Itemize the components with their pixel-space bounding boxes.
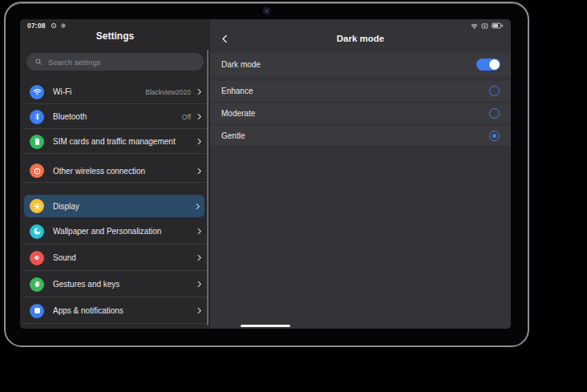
chevron-right-icon [195,87,204,96]
settings-group: Wi-FiBlackview2020BluetoothOffSIM cards … [20,79,210,154]
sidebar-item-label: Bluetooth [53,112,182,121]
dark-mode-options: EnhanceModerateGentle [210,81,511,148]
wallpaper-icon [30,224,44,239]
dark-mode-label: Dark mode [221,60,261,69]
screen-record-icon [481,22,488,30]
settings-group: Other wireless connection [20,159,210,183]
option-label: Enhance [221,87,253,95]
display-icon [30,199,44,213]
sidebar-item-label: Apps & notifications [53,306,195,315]
sidebar-item-wallpaper[interactable]: Wallpaper and Personalization [20,218,210,244]
option-gentle[interactable]: Gentle [210,126,511,146]
chevron-right-icon [195,253,204,262]
sidebar-item-value: Blackview2020 [145,88,191,96]
sidebar-item-bluetooth[interactable]: BluetoothOff [20,104,210,129]
option-label: Gentle [221,131,245,140]
chevron-right-icon [195,137,204,146]
radio-selected-icon[interactable] [489,131,500,141]
dark-mode-toggle[interactable] [476,59,500,71]
sidebar-scrollbar[interactable] [207,50,208,325]
back-button[interactable] [220,34,230,44]
chevron-right-icon [195,306,204,315]
search-icon [34,55,43,69]
sim-icon [30,135,44,149]
settings-group: Wallpaper and PersonalizationSoundGestur… [20,218,210,324]
chevron-right-icon [193,202,202,211]
option-label: Moderate [221,109,255,118]
screen: 07:08 Settings Search settings Wi-FiBlac… [20,19,511,329]
chevron-right-icon [195,227,204,236]
gear-icon [60,22,67,29]
battery-icon [492,22,504,29]
wireless-icon [30,164,44,178]
sidebar-item-value: Off [182,113,191,121]
sidebar-item-label: Display [53,202,193,211]
sidebar-item-sound[interactable]: Sound [20,244,210,271]
dark-mode-pane: Dark mode Dark mode EnhanceModerateGentl… [210,19,511,329]
option-moderate[interactable]: Moderate [210,103,511,123]
status-bar-right [471,22,504,30]
wifi-status-icon [471,22,478,30]
tablet-device: 07:08 Settings Search settings Wi-FiBlac… [4,2,529,347]
sidebar-item-label: Sound [53,253,195,262]
wifi-icon [30,85,44,99]
sidebar-item-label: Gestures and keys [53,280,195,289]
status-bar: 07:08 [20,19,511,32]
photo-background: 07:08 Settings Search settings Wi-FiBlac… [0,0,587,392]
camera-lens [265,10,268,12]
sidebar-item-sim-cards[interactable]: SIM cards and traffic management [20,129,210,154]
bluetooth-icon [30,110,44,124]
settings-group: Display [20,195,210,217]
sound-icon [30,251,44,265]
sidebar-item-other-wireless[interactable]: Other wireless connection [20,159,210,183]
search-input[interactable]: Search settings [26,53,204,71]
chevron-right-icon [195,280,204,289]
toggle-knob [489,59,500,70]
data-saver-icon [51,22,57,29]
dark-mode-toggle-row[interactable]: Dark mode [210,53,511,76]
sidebar-item-display[interactable]: Display [24,195,204,217]
sidebar-item-label: Other wireless connection [53,167,195,176]
sidebar-item-wifi[interactable]: Wi-FiBlackview2020 [20,79,210,104]
radio-unselected-icon[interactable] [489,86,500,96]
chevron-right-icon [195,112,204,121]
apps-icon [30,304,44,318]
status-bar-left: 07:08 [27,22,67,30]
radio-unselected-icon[interactable] [489,108,500,119]
settings-sidebar: Settings Search settings Wi-FiBlackview2… [20,19,210,329]
page-title: Settings [20,30,210,42]
sidebar-item-label: Wallpaper and Personalization [53,227,195,236]
status-time: 07:08 [27,22,46,30]
sidebar-item-label: Wi-Fi [53,87,145,96]
home-indicator[interactable] [241,325,290,327]
sidebar-item-gestures[interactable]: Gestures and keys [20,271,210,297]
search-placeholder: Search settings [48,58,100,67]
sidebar-item-apps[interactable]: Apps & notifications [20,297,210,324]
settings-list: Wi-FiBlackview2020BluetoothOffSIM cards … [20,79,210,324]
sidebar-item-label: SIM cards and traffic management [53,137,195,146]
front-camera-icon [263,7,270,14]
gestures-icon [30,277,44,292]
option-enhance[interactable]: Enhance [210,81,511,101]
chevron-right-icon [195,167,204,176]
